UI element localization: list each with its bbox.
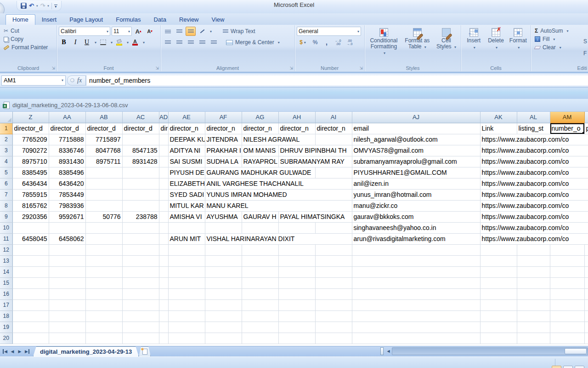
font-dialog-launcher-icon[interactable]: ⇲ (155, 66, 159, 70)
column-header-AG[interactable]: AG (242, 112, 278, 123)
cell-AL14[interactable] (517, 266, 550, 277)
cell-AM19[interactable] (550, 322, 584, 333)
cell-AE3[interactable]: ADITYA NI (168, 145, 205, 156)
cell-AC3[interactable]: 8547135 (122, 145, 159, 156)
grow-font-button[interactable]: A▴ (133, 27, 143, 36)
format-cells-button[interactable]: Format ▾ (508, 27, 529, 64)
cell-AD8[interactable] (159, 200, 168, 211)
increase-decimal-button[interactable]: ←.0.00 (333, 38, 343, 47)
cell-AF19[interactable] (205, 322, 242, 333)
cell-AH1[interactable]: director_n (278, 123, 315, 134)
row-header-13[interactable]: 13 (0, 255, 12, 266)
conditional-formatting-button[interactable]: ConditionalFormatting ▾ (367, 27, 401, 64)
row-header-1[interactable]: 1 (0, 123, 12, 134)
cell-AB3[interactable]: 8047768 (85, 145, 122, 156)
cell-Z15[interactable] (12, 277, 49, 288)
row-header-5[interactable]: 5 (0, 167, 12, 178)
row-header-20[interactable]: 20 (0, 333, 12, 344)
cell-AE2[interactable]: DEEPAK KU (168, 134, 205, 145)
cell-AB16[interactable] (85, 288, 122, 299)
cell-AA20[interactable] (49, 333, 85, 344)
cell-AK5[interactable]: https://www.zaubacorp.com/co (480, 167, 588, 178)
cell-SL14[interactable] (584, 266, 588, 277)
cell-AI2[interactable] (315, 134, 352, 145)
cell-AC18[interactable] (122, 310, 159, 322)
bold-button[interactable]: B (59, 38, 69, 47)
cell-AL16[interactable] (517, 288, 550, 299)
tab-split-handle[interactable] (380, 347, 384, 355)
cell-AC4[interactable]: 8931428 (122, 156, 159, 167)
cell-AH12[interactable] (278, 244, 315, 255)
cell-AD15[interactable] (159, 277, 168, 288)
format-as-table-button[interactable]: Format asTable ▾ (402, 27, 433, 64)
accounting-format-button[interactable]: $ ▾ (297, 38, 309, 47)
cell-AA6[interactable]: 6436420 (49, 178, 85, 189)
cell-AI20[interactable] (315, 333, 352, 344)
orientation-button[interactable] (197, 27, 207, 36)
cell-AK3[interactable]: https://www.zaubacorp.com/co (480, 145, 588, 156)
row-header-12[interactable]: 12 (0, 244, 12, 255)
cell-AC6[interactable] (122, 178, 159, 189)
cell-AG12[interactable] (242, 244, 278, 255)
cell-AE8[interactable]: MITUL KAR (168, 200, 205, 211)
cell-AA9[interactable]: 9592671 (49, 211, 85, 222)
cell-AJ15[interactable] (352, 277, 480, 288)
cell-AK14[interactable] (480, 266, 517, 277)
cell-SL12[interactable] (584, 244, 588, 255)
cell-AI16[interactable] (315, 288, 352, 299)
cell-AJ4[interactable]: subramanyamrayaprolu@gmail.com (352, 156, 480, 167)
cell-AD9[interactable] (159, 211, 168, 222)
cell-AD16[interactable] (159, 288, 168, 299)
cell-AJ16[interactable] (352, 288, 480, 299)
cell-AE4[interactable]: SAI SUSMI (168, 156, 205, 167)
cell-AC1[interactable]: director_d (122, 123, 159, 134)
cell-AF20[interactable] (205, 333, 242, 344)
align-right-button[interactable] (186, 38, 196, 47)
previous-sheet-icon[interactable]: ◀ (9, 349, 16, 354)
insert-cells-button[interactable]: ← Insert ▾ (463, 27, 484, 64)
name-box-dropdown-icon[interactable]: ▾ (62, 78, 63, 82)
cell-AG17[interactable] (242, 299, 278, 310)
cell-AM13[interactable] (550, 255, 584, 266)
insert-function-icon[interactable]: fx (77, 77, 82, 84)
cell-AK1[interactable]: Link (480, 123, 517, 134)
scrollbar-thumb[interactable] (565, 348, 587, 354)
decrease-indent-button[interactable] (197, 38, 207, 47)
cell-AG1[interactable]: director_n (242, 123, 278, 134)
cell-AJ6[interactable]: anil@izen.in (352, 178, 480, 189)
cell-AI1[interactable]: director_n (315, 123, 352, 134)
font-name-select[interactable]: Calibri ▾ (59, 27, 110, 36)
cell-AL1[interactable]: listing_st (517, 123, 550, 134)
cell-AI18[interactable] (315, 310, 352, 322)
cell-AC12[interactable] (122, 244, 159, 255)
cell-AJ5[interactable]: PIYUSHHARNE1@GMAIL.COM (352, 167, 480, 178)
cell-AC19[interactable] (122, 322, 159, 333)
cell-AL15[interactable] (517, 277, 550, 288)
cell-AE20[interactable] (168, 333, 205, 344)
cell-SL13[interactable] (584, 255, 588, 266)
cell-AG15[interactable] (242, 277, 278, 288)
cell-AK18[interactable] (480, 310, 517, 322)
copy-button[interactable]: Copy (2, 35, 55, 43)
cell-AE1[interactable]: director_n (168, 123, 205, 134)
cell-AB6[interactable] (85, 178, 122, 189)
cell-AB5[interactable] (85, 167, 122, 178)
cell-AB2[interactable]: 7715897 (85, 134, 122, 145)
cell-Z6[interactable]: 6436434 (12, 178, 49, 189)
cell-AL18[interactable] (517, 310, 550, 322)
cell-Z4[interactable]: 8975710 (12, 156, 49, 167)
cell-AE14[interactable] (168, 266, 205, 277)
cell-Z18[interactable] (12, 310, 49, 322)
cell-styles-button[interactable]: CellStyles ▾ (434, 27, 459, 64)
cell-AK10[interactable]: https://www.zaubacorp.com/co (480, 222, 588, 233)
cell-SL17[interactable] (584, 299, 588, 310)
cell-AB1[interactable]: director_d (85, 123, 122, 134)
cell-AI19[interactable] (315, 322, 352, 333)
cell-AE17[interactable] (168, 299, 205, 310)
cell-AF5[interactable]: GAURANG MADHUKAR GULWADE (205, 167, 315, 178)
align-center-button[interactable] (174, 38, 184, 47)
cell-AA7[interactable]: 7853449 (49, 189, 85, 200)
cell-AL12[interactable] (517, 244, 550, 255)
cell-SL15[interactable] (584, 277, 588, 288)
font-color-button[interactable]: A (130, 38, 140, 47)
